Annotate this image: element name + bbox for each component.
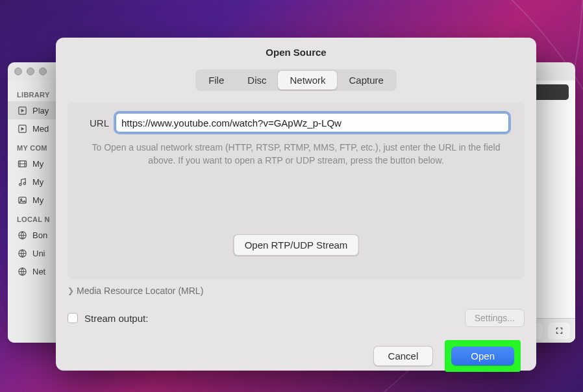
dialog-title: Open Source [68, 47, 525, 58]
sidebar-item-label: My [32, 195, 43, 205]
sidebar-item-label: Bon [32, 230, 47, 240]
mrl-disclosure[interactable]: ❯ Media Resource Locator (MRL) [68, 286, 525, 296]
music-icon [17, 177, 27, 187]
settings-button[interactable]: Settings... [465, 309, 525, 327]
minimize-icon[interactable] [27, 67, 34, 75]
svg-point-6 [20, 199, 21, 200]
playlist-icon [17, 105, 27, 116]
stream-output-checkbox[interactable] [68, 313, 78, 323]
photos-icon [17, 195, 27, 205]
chevron-right-icon: ❯ [68, 286, 74, 295]
globe-icon [17, 266, 27, 276]
annotation-highlight: Open [445, 340, 521, 372]
tab-network[interactable]: Network [278, 71, 337, 90]
mrl-label: Media Resource Locator (MRL) [77, 286, 203, 296]
source-type-tabs: File Disc Network Capture [195, 69, 397, 91]
close-icon[interactable] [14, 67, 22, 75]
svg-point-4 [23, 182, 25, 184]
window-controls [14, 67, 47, 75]
sidebar-item-label: My [32, 177, 43, 187]
tab-file[interactable]: File [197, 71, 236, 90]
sidebar-item-label: Play [32, 106, 49, 116]
hint-text: To Open a usual network stream (HTTP, RT… [83, 141, 509, 167]
sidebar-item-label: Uni [32, 249, 45, 258]
globe-icon [17, 248, 27, 258]
open-source-dialog: Open Source File Disc Network Capture UR… [56, 38, 536, 371]
tab-disc[interactable]: Disc [236, 71, 278, 90]
playlist-icon [17, 123, 27, 134]
svg-point-3 [19, 183, 21, 185]
open-rtp-udp-button[interactable]: Open RTP/UDP Stream [234, 234, 359, 256]
tab-capture[interactable]: Capture [337, 71, 395, 90]
network-panel: URL To Open a usual network stream (HTTP… [68, 103, 525, 279]
url-input[interactable] [116, 113, 509, 132]
open-button[interactable]: Open [451, 347, 514, 365]
url-label: URL [83, 117, 109, 129]
fullscreen-button[interactable] [548, 323, 570, 339]
globe-icon [17, 230, 27, 240]
video-icon [17, 158, 27, 169]
zoom-icon[interactable] [39, 67, 47, 75]
sidebar-item-label: Med [32, 124, 49, 134]
sidebar-item-label: My [32, 159, 43, 169]
sidebar-item-label: Net [32, 267, 45, 276]
cancel-button[interactable]: Cancel [373, 346, 434, 366]
stream-output-label: Stream output: [84, 313, 148, 324]
